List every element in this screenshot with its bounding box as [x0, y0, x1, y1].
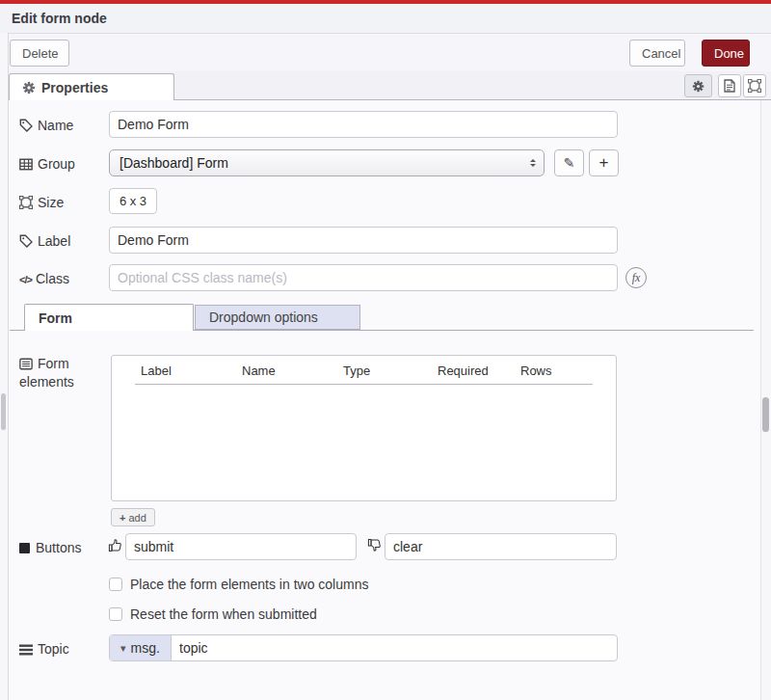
label-field-label: Label: [19, 232, 104, 251]
appearance-button[interactable]: [743, 74, 766, 97]
table-icon: [19, 158, 33, 171]
tab-properties[interactable]: Properties: [9, 73, 174, 100]
caret-down-icon: ▾: [120, 642, 126, 655]
size-field-label: Size: [19, 194, 104, 212]
reset-form-checkbox-label: Reset the form when submitted: [130, 606, 317, 622]
msg-prefix-label: msg.: [131, 640, 160, 656]
reset-form-checkbox-row[interactable]: Reset the form when submitted: [109, 606, 317, 622]
dialog-title: Edit form node: [12, 11, 107, 26]
tray-resize-handle[interactable]: [0, 33, 9, 700]
topic-typed-input: ▾ msg.: [109, 634, 618, 661]
form-elements-table-header: Label Name Type Required Rows: [135, 363, 593, 385]
two-columns-checkbox-row[interactable]: Place the form elements in two columns: [109, 577, 368, 592]
dialog-header: Edit form node: [0, 4, 771, 34]
tab-dropdown-options[interactable]: Dropdown options: [195, 305, 360, 330]
two-columns-checkbox-label: Place the form elements in two columns: [130, 577, 368, 592]
thumbs-up-icon: [108, 538, 122, 556]
thumbs-down-icon: [367, 538, 382, 556]
plus-icon: +: [599, 153, 609, 173]
done-button[interactable]: Done: [702, 40, 750, 67]
selection-frame-icon: [748, 79, 761, 93]
expression-fx-button[interactable]: fx: [625, 267, 647, 288]
resize-grip[interactable]: [1, 393, 6, 430]
submit-button-text-input[interactable]: [125, 533, 357, 560]
delete-button[interactable]: Delete: [10, 40, 69, 67]
topic-label-text: Topic: [38, 641, 69, 657]
topic-field-label: Topic: [19, 640, 104, 659]
edit-group-button[interactable]: ✎: [554, 149, 584, 176]
add-element-button[interactable]: +add: [111, 508, 155, 526]
column-header-required: Required: [438, 363, 520, 378]
properties-gear-button[interactable]: [684, 74, 712, 97]
column-header-rows: Rows: [520, 363, 552, 378]
topic-input[interactable]: [172, 635, 617, 660]
add-group-button[interactable]: +: [589, 149, 619, 176]
tag-icon: [19, 234, 33, 248]
checkbox-icon[interactable]: [109, 578, 122, 591]
form-elements-table[interactable]: Label Name Type Required Rows: [111, 355, 617, 501]
pencil-icon: ✎: [564, 155, 575, 171]
msg-type-selector[interactable]: ▾ msg.: [110, 635, 172, 660]
tag-icon: [19, 119, 33, 132]
form-elements-field-label: Form elements: [19, 355, 104, 391]
group-select[interactable]: [Dashboard] Form: [109, 149, 545, 176]
label-input[interactable]: [109, 227, 618, 254]
group-selected-value: [Dashboard] Form: [120, 155, 228, 171]
select-arrows-icon: [530, 156, 536, 170]
document-icon: [724, 79, 735, 93]
tab-dropdown-options-label: Dropdown options: [209, 310, 318, 325]
column-header-name: Name: [242, 363, 343, 378]
group-field-label: Group: [19, 155, 104, 174]
column-header-label: Label: [141, 363, 242, 378]
class-input[interactable]: [109, 264, 618, 291]
tab-properties-label: Properties: [41, 80, 108, 95]
scrollbar-thumb[interactable]: [762, 397, 769, 432]
buttons-field-label: Buttons: [19, 539, 104, 557]
tab-form-label: Form: [39, 310, 72, 326]
list-icon: [19, 358, 33, 370]
name-input[interactable]: [109, 111, 618, 138]
bars-icon: [19, 644, 33, 656]
plus-icon: +: [120, 512, 125, 524]
gear-icon: [22, 81, 36, 94]
class-label-text: Class: [36, 271, 69, 286]
code-icon: </>: [19, 274, 32, 285]
size-frame-icon: [19, 196, 33, 209]
buttons-label-text: Buttons: [36, 540, 81, 555]
name-label-text: Name: [38, 118, 73, 133]
edit-form-node-dialog: Edit form node Delete Cancel Done Proper…: [0, 0, 771, 700]
size-label-text: Size: [38, 195, 64, 210]
group-label-text: Group: [38, 156, 75, 172]
cancel-button[interactable]: Cancel: [629, 40, 685, 67]
size-button[interactable]: 6 x 3: [109, 188, 157, 214]
gear-icon: [692, 80, 705, 93]
name-field-label: Name: [19, 117, 104, 135]
square-icon: [19, 543, 30, 553]
editor-tabbar: Properties: [9, 71, 771, 100]
tab-form[interactable]: Form: [24, 304, 194, 331]
column-header-type: Type: [343, 363, 438, 378]
description-button[interactable]: [718, 74, 741, 97]
add-label-text: add: [128, 512, 146, 524]
vertical-scrollbar[interactable]: [760, 100, 771, 700]
class-field-label: </>Class: [19, 270, 104, 289]
label-label-text: Label: [38, 233, 70, 249]
checkbox-icon[interactable]: [109, 607, 122, 621]
clear-button-text-input[interactable]: [385, 533, 617, 560]
button-toolbar: Delete Cancel Done: [0, 34, 771, 71]
